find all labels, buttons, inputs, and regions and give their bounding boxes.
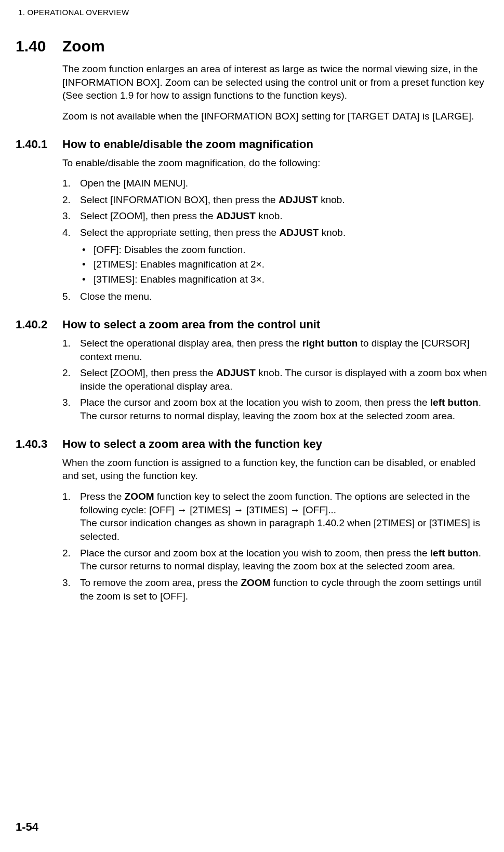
list-item-text: Place the cursor and zoom box at the loc… (80, 396, 488, 422)
list-item-text: Close the menu. (80, 290, 488, 303)
list-item-text: To remove the zoom area, press the ZOOM … (80, 576, 488, 603)
list-item-text: Select the operational display area, the… (80, 337, 488, 363)
subsection-intro: To enable/disable the zoom magnification… (62, 156, 488, 170)
ordered-list: Press the ZOOM function key to select th… (62, 490, 488, 603)
subsection-number: 1.40.1 (16, 138, 62, 151)
bullet-item: [OFF]: Disables the zoom function. (80, 243, 488, 258)
list-item-text: Place the cursor and zoom box at the loc… (80, 547, 488, 573)
subsection-heading: 1.40.3 How to select a zoom area with th… (16, 437, 488, 451)
section-intro-1: The zoom function enlarges an area of in… (62, 62, 488, 102)
list-item: Place the cursor and zoom box at the loc… (62, 396, 488, 422)
ordered-list: Open the [MAIN MENU]. Select [INFORMATIO… (62, 177, 488, 303)
list-item-text: Select [INFORMATION BOX], then press the… (80, 193, 488, 207)
subsection-title: How to enable/disable the zoom magnifica… (62, 138, 313, 151)
list-item-text: Press the ZOOM function key to select th… (80, 490, 488, 543)
page-number: 1-54 (16, 820, 38, 834)
subsection-title: How to select a zoom area with the funct… (62, 437, 322, 451)
list-item: Place the cursor and zoom box at the loc… (62, 547, 488, 573)
list-item: Select the appropriate setting, then pre… (62, 226, 488, 287)
section-number: 1.40 (16, 37, 62, 55)
subsection-number: 1.40.2 (16, 318, 62, 331)
subsection-intro: When the zoom function is assigned to a … (62, 456, 488, 483)
bullet-item: [3TIMES]: Enables magnification at 3×. (80, 272, 488, 287)
list-item: Select [ZOOM], then press the ADJUST kno… (62, 366, 488, 393)
list-item: Select the operational display area, the… (62, 337, 488, 363)
list-item-text: Select the appropriate setting, then pre… (80, 226, 488, 287)
page-header: 1. OPERATIONAL OVERVIEW (18, 8, 488, 17)
subsection-title: How to select a zoom area from the contr… (62, 318, 320, 331)
subsection-heading: 1.40.1 How to enable/disable the zoom ma… (16, 138, 488, 151)
list-item: Select [INFORMATION BOX], then press the… (62, 193, 488, 207)
subsection-heading: 1.40.2 How to select a zoom area from th… (16, 318, 488, 331)
list-item: Select [ZOOM], then press the ADJUST kno… (62, 209, 488, 223)
list-item-text: Select [ZOOM], then press the ADJUST kno… (80, 366, 488, 393)
list-item: Press the ZOOM function key to select th… (62, 490, 488, 543)
list-item: To remove the zoom area, press the ZOOM … (62, 576, 488, 603)
subsection-number: 1.40.3 (16, 437, 62, 451)
bullet-list: [OFF]: Disables the zoom function. [2TIM… (80, 243, 488, 287)
section-title: Zoom (62, 37, 105, 55)
list-item-text: Open the [MAIN MENU]. (80, 177, 488, 190)
section-intro-2: Zoom is not available when the [INFORMAT… (62, 110, 488, 123)
ordered-list: Select the operational display area, the… (62, 337, 488, 423)
list-item: Close the menu. (62, 290, 488, 303)
bullet-item: [2TIMES]: Enables magnification at 2×. (80, 257, 488, 272)
list-item: Open the [MAIN MENU]. (62, 177, 488, 190)
section-heading: 1.40 Zoom (16, 37, 488, 55)
list-item-text: Select [ZOOM], then press the ADJUST kno… (80, 209, 488, 223)
